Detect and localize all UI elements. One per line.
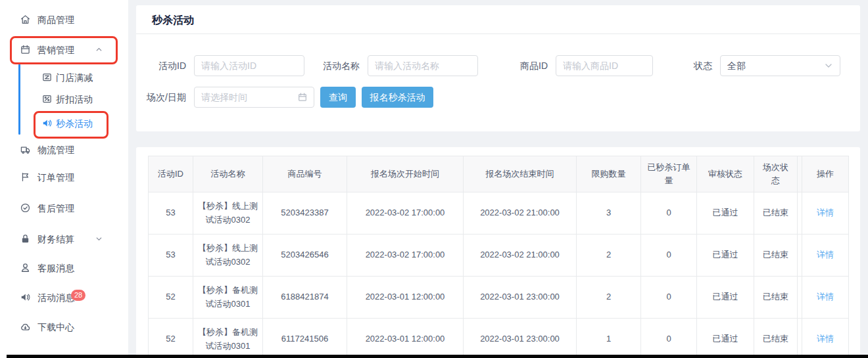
cell-product_no: 6188421874 [263, 277, 347, 319]
sidebar-item-download[interactable]: 下载中心 [0, 317, 128, 338]
cell-orders: 0 [641, 192, 697, 235]
column-header: 场次状态 [754, 156, 798, 192]
cell-name: 【秒杀】线上测试活动0302 [193, 192, 263, 235]
fixed-column-separator [798, 156, 802, 192]
cell-action: 详情 [802, 192, 849, 235]
search-button[interactable]: 查询 [320, 87, 356, 108]
cell-audit: 已通过 [697, 192, 754, 235]
main-content: 秒杀活动 活动ID 活动名称 商品ID 状态 全部 场次/日期 [128, 0, 868, 358]
sidebar-item-orders[interactable]: 订单管理 [0, 167, 128, 188]
chevron-down-icon [823, 60, 834, 71]
status-select-value: 全部 [727, 56, 746, 76]
cell-end: 2022-03-01 23:00:00 [464, 277, 577, 319]
activity-name-field[interactable] [368, 55, 478, 76]
column-header: 限购数量 [577, 156, 641, 192]
fixed-column-separator [798, 277, 802, 319]
cell-product_no: 5203426546 [263, 235, 347, 277]
product-id-field[interactable] [556, 55, 653, 76]
flag-icon [20, 171, 31, 183]
table-header-row: 活动ID活动名称商品编号报名场次开始时间报名场次结束时间限购数量已秒杀订单量审核… [149, 156, 849, 192]
sidebar-item-aftersale[interactable]: 售后管理 [0, 198, 128, 219]
sidebar-item-label: 物流管理 [37, 139, 74, 160]
cell-action: 详情 [802, 319, 849, 358]
table-card: 活动ID活动名称商品编号报名场次开始时间报名场次结束时间限购数量已秒杀订单量审核… [136, 147, 860, 358]
table-row: 52【秒杀】备机测试活动030161172415062022-03-01 12:… [149, 319, 849, 358]
cell-end: 2022-03-02 21:00:00 [464, 235, 577, 277]
activity-id-input[interactable] [195, 56, 304, 76]
product-id-input[interactable] [556, 56, 652, 76]
horn-icon [41, 118, 53, 129]
activity-id-label: 活动ID [150, 55, 186, 76]
sidebar-item-logistics[interactable]: 物流管理 [0, 139, 128, 160]
cell-activity_id: 53 [149, 192, 193, 235]
sidebar-item-label: 下载中心 [37, 317, 74, 338]
home-icon [20, 14, 31, 25]
detail-link[interactable]: 详情 [817, 208, 834, 217]
cell-activity_id: 52 [149, 277, 193, 319]
user-icon [20, 262, 31, 273]
session-date-field[interactable] [194, 87, 314, 108]
detail-link[interactable]: 详情 [817, 292, 834, 302]
chevron-down-icon [94, 234, 104, 244]
sidebar-item-activity-message[interactable]: 活动消息28 [0, 287, 128, 308]
cell-name: 【秒杀】备机测试活动0301 [193, 277, 263, 319]
cell-action: 详情 [802, 235, 849, 277]
cell-product_no: 6117241506 [263, 319, 347, 358]
table-body: 53【秒杀】线上测试活动030252034233872022-03-02 17:… [149, 192, 849, 358]
notification-badge: 28 [71, 290, 85, 301]
cell-audit: 已通过 [697, 319, 754, 358]
cell-orders: 0 [641, 235, 697, 277]
sidebar-item-label: 营销管理 [37, 39, 74, 60]
table-row: 53【秒杀】线上测试活动030252034233872022-03-02 17:… [149, 192, 849, 235]
cell-limit: 1 [577, 319, 641, 358]
sidebar-item-label: 财务结算 [37, 229, 74, 250]
cell-audit: 已通过 [697, 235, 754, 277]
activity-id-field[interactable] [194, 55, 304, 76]
column-header: 活动名称 [193, 156, 263, 192]
fixed-column-separator [798, 235, 802, 277]
sidebar-item-goods[interactable]: 商品管理 [0, 9, 128, 30]
window-bottom-edge [7, 355, 868, 358]
cell-limit: 2 [577, 235, 641, 277]
cell-name: 【秒杀】线上测试活动0302 [193, 235, 263, 277]
cell-session: 已结束 [754, 235, 798, 277]
column-header: 已秒杀订单量 [641, 156, 697, 192]
submenu-active-indicator [18, 64, 20, 135]
cell-start: 2022-03-02 17:00:00 [347, 235, 464, 277]
shield-check-icon [20, 202, 31, 213]
page-title-bar: 秒杀活动 [136, 5, 860, 34]
sidebar-item-finance[interactable]: 财务结算 [0, 229, 128, 250]
cell-limit: 2 [577, 277, 641, 319]
activity-name-label: 活动名称 [322, 55, 360, 76]
sidebar-item-marketing[interactable]: 营销管理 [0, 39, 128, 60]
status-select[interactable]: 全部 [720, 55, 840, 76]
cell-end: 2022-03-02 21:00:00 [464, 192, 577, 235]
column-header: 商品编号 [263, 156, 347, 192]
cell-end: 2022-03-01 23:00:00 [464, 319, 577, 358]
sidebar-item-label: 订单管理 [37, 167, 74, 188]
activity-name-input[interactable] [368, 56, 477, 76]
table-head: 活动ID活动名称商品编号报名场次开始时间报名场次结束时间限购数量已秒杀订单量审核… [149, 156, 849, 192]
horn-icon [20, 292, 31, 303]
sidebar-item-label: 门店满减 [56, 67, 93, 88]
cell-limit: 3 [577, 192, 641, 235]
coupon-icon [41, 72, 53, 83]
cell-name: 【秒杀】备机测试活动0301 [193, 319, 263, 358]
product-id-label: 商品ID [519, 55, 548, 76]
session-date-input[interactable] [195, 87, 314, 107]
column-header: 报名场次开始时间 [347, 156, 464, 192]
status-label: 状态 [694, 55, 712, 76]
detail-link[interactable]: 详情 [817, 334, 834, 344]
sidebar-item-label: 售后管理 [37, 198, 74, 219]
column-header: 活动ID [149, 156, 193, 192]
cell-start: 2022-03-01 12:00:00 [347, 319, 464, 358]
signup-seckill-button[interactable]: 报名秒杀活动 [362, 87, 433, 108]
cell-session: 已结束 [754, 319, 798, 358]
detail-link[interactable]: 详情 [817, 250, 834, 259]
sidebar-item-customer-service[interactable]: 客服消息 [0, 257, 128, 279]
fixed-column-separator [798, 192, 802, 235]
session-date-label: 场次/日期 [140, 87, 186, 108]
table-row: 52【秒杀】备机测试活动030161884218742022-03-01 12:… [149, 277, 849, 319]
calendar-icon [20, 44, 31, 55]
table-row: 53【秒杀】线上测试活动030252034265462022-03-02 17:… [149, 235, 849, 277]
